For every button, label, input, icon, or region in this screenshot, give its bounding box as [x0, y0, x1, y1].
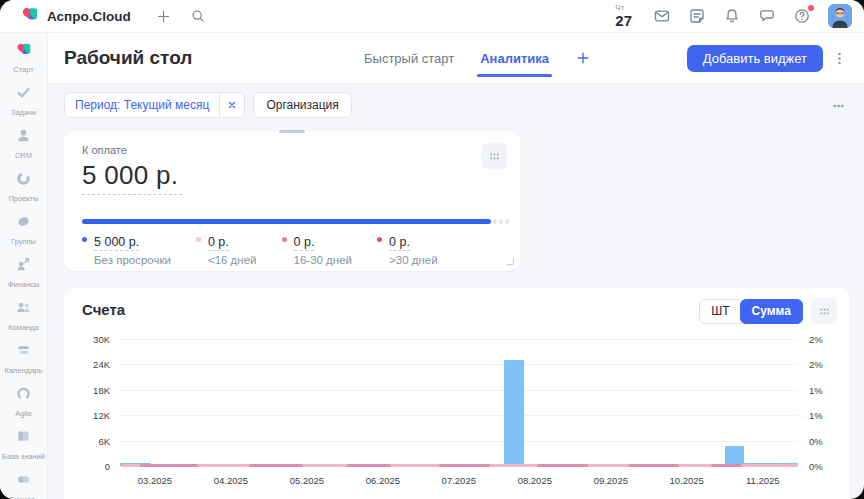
tasks-icon	[15, 84, 32, 105]
legend-value[interactable]: 0 р.	[208, 235, 229, 251]
projects-icon	[15, 170, 32, 191]
weekday-label: Чт	[615, 4, 624, 12]
sidebar-item-команда[interactable]: Команда	[0, 299, 48, 332]
sidebar-item-label: Проекты	[8, 194, 38, 203]
search-button[interactable]	[188, 6, 208, 26]
create-button[interactable]	[153, 6, 174, 27]
y-axis-right-tick: 2%	[809, 334, 823, 345]
top-bar: Аспро.Cloud Чт 27	[0, 0, 864, 33]
legend-dot	[196, 237, 201, 242]
mail-button[interactable]	[653, 7, 671, 25]
pay-legend-item: 0 р. <16 дней	[196, 232, 257, 266]
gridline	[120, 339, 798, 340]
add-widget-button[interactable]: Добавить виджет	[687, 45, 823, 72]
more-options-button[interactable]	[827, 96, 850, 115]
legend-label: >30 дней	[389, 254, 438, 266]
zero-line-segment	[537, 464, 588, 467]
sidebar-item-финансы[interactable]: Финансы	[0, 256, 48, 289]
toggle-шт[interactable]: ШТ	[699, 299, 741, 324]
sidebar-item-label: Финансы	[8, 280, 40, 289]
main-area: Рабочий стол Быстрый стартАналитика Доба…	[48, 33, 864, 499]
legend-value[interactable]: 0 р.	[294, 235, 315, 251]
legend-dot	[82, 237, 87, 242]
y-axis-left-tick: 12K	[93, 410, 110, 421]
avatar[interactable]	[828, 4, 852, 28]
sidebar-item-календарь[interactable]: Календарь	[0, 342, 48, 375]
widget-drag-handle-icon[interactable]	[811, 298, 837, 324]
start-logo-icon	[15, 41, 32, 62]
x-axis-tick: 03.2025	[138, 475, 172, 486]
y-axis-left-tick: 18K	[93, 384, 110, 395]
sidebar-item-label: Группы	[11, 237, 36, 246]
sidebar-item-задачи[interactable]: Задачи	[0, 84, 48, 117]
x-axis-tick: 04.2025	[214, 475, 248, 486]
zero-line-segment	[140, 464, 198, 467]
sidebar-item-проекты[interactable]: Проекты	[0, 170, 48, 203]
gridline	[120, 364, 798, 365]
organization-filter-label: Организация	[266, 98, 338, 112]
bell-button[interactable]	[723, 7, 741, 25]
toggle-сумма[interactable]: Сумма	[740, 299, 803, 324]
invoices-widget: Счета ШТСумма 30K2%24K2%18K1%12K1%6K0%00…	[64, 288, 850, 499]
tab-аналитика[interactable]: Аналитика	[480, 33, 549, 83]
chart-bar[interactable]	[725, 446, 744, 466]
zero-line-segment	[711, 464, 742, 467]
notes-button[interactable]	[688, 7, 706, 25]
widget-drag-handle-icon[interactable]	[481, 143, 507, 169]
sidebar-item-старт[interactable]: Старт	[0, 41, 48, 74]
help-button[interactable]	[793, 7, 811, 25]
unit-toggle: ШТСумма	[699, 299, 803, 324]
legend-label: Без просрочки	[94, 254, 171, 266]
kebab-menu-button[interactable]	[829, 48, 850, 69]
page-header: Рабочий стол Быстрый стартАналитика Доба…	[48, 33, 864, 84]
pay-legend-item: 0 р. >30 дней	[377, 232, 438, 266]
sidebar-item-label: Старт	[13, 65, 33, 74]
organization-filter-chip[interactable]: Организация	[253, 92, 351, 118]
pay-widget-value[interactable]: 5 000 р.	[82, 157, 182, 195]
x-axis-tick: 07.2025	[442, 475, 476, 486]
x-axis-tick: 06.2025	[366, 475, 400, 486]
app-title: Аспро.Cloud	[47, 9, 131, 24]
sidebar-item-crm[interactable]: CRM	[0, 127, 48, 160]
sidebar-item-label: CRM	[15, 151, 32, 160]
sidebar-item-группы[interactable]: Группы	[0, 213, 48, 246]
y-axis-right-tick: 0%	[809, 435, 823, 446]
sidebar-item-база-знаний[interactable]: База знаний	[0, 428, 48, 461]
x-axis-tick: 08.2025	[518, 475, 552, 486]
finance-icon	[15, 256, 32, 277]
page-title: Рабочий стол	[64, 47, 192, 69]
sidebar-item-label: База знаний	[2, 452, 45, 461]
legend-value[interactable]: 0 р.	[389, 235, 410, 251]
chat-button[interactable]	[758, 7, 776, 25]
add-tab-button[interactable]	[575, 50, 591, 66]
sidebar-item-agile[interactable]: Agile	[0, 385, 48, 418]
processes-icon	[15, 471, 32, 492]
sidebar: Старт Задачи CRM Проекты Группы Финансы …	[0, 33, 48, 499]
gridline	[120, 390, 798, 391]
brand[interactable]: Аспро.Cloud	[20, 5, 131, 28]
pay-legend: 5 000 р. Без просрочки 0 р. <16 дней 0 р…	[82, 232, 438, 266]
clear-period-filter-icon[interactable]	[219, 93, 244, 117]
widget-resize-handle[interactable]	[507, 258, 514, 265]
calendar-date[interactable]: Чт 27	[615, 4, 632, 28]
period-filter-chip[interactable]: Период: Текущий месяц	[64, 92, 245, 118]
zero-line-segment	[439, 464, 490, 467]
legend-value[interactable]: 5 000 р.	[94, 235, 139, 251]
notification-badge	[808, 5, 814, 11]
dashboard-content: Период: Текущий месяц Организация К опла…	[48, 84, 864, 499]
app-logo-icon	[20, 5, 39, 28]
y-axis-left-tick: 6K	[98, 435, 110, 446]
sidebar-item-бизнес-процессы[interactable]: Бизнес-процессы	[0, 471, 48, 499]
day-number: 27	[615, 13, 632, 28]
chart-bar[interactable]	[504, 360, 524, 466]
chart-plot: 30K2%24K2%18K1%12K1%6K0%00%03.202504.202…	[120, 339, 798, 466]
legend-label: <16 дней	[208, 254, 257, 266]
tab-быстрый-старт[interactable]: Быстрый старт	[364, 33, 454, 83]
calendar-icon	[15, 342, 32, 363]
legend-dot	[377, 237, 382, 242]
widget-drag-indicator[interactable]	[279, 130, 305, 133]
zero-line-segment	[249, 464, 303, 467]
sidebar-item-label: Календарь	[5, 366, 43, 375]
sidebar-item-label: Agile	[15, 409, 32, 418]
x-axis-tick: 11.2025	[746, 475, 780, 486]
